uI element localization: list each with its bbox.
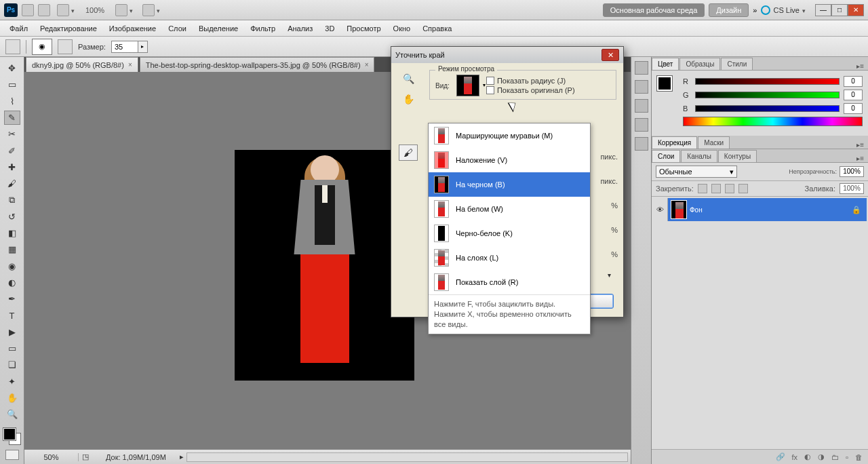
blend-mode-select[interactable]: Обычные▾: [656, 166, 737, 178]
status-doc-size[interactable]: Док: 1,09M/1,09M: [92, 453, 180, 461]
history-brush-tool[interactable]: ↺: [4, 210, 20, 224]
layer-mask-icon[interactable]: ◐: [804, 452, 811, 461]
marquee-tool[interactable]: ▭: [4, 77, 20, 92]
show-radius-checkbox[interactable]: Показать радиус (J): [486, 77, 610, 85]
zoom-tool[interactable]: 🔍: [4, 407, 20, 421]
delete-layer-icon[interactable]: 🗑: [855, 453, 863, 461]
launch-bridge-icon[interactable]: [22, 4, 34, 16]
quick-mask-toggle[interactable]: [5, 450, 19, 461]
status-info-icon[interactable]: ◳: [79, 452, 92, 461]
dodge-tool[interactable]: ◐: [4, 275, 20, 290]
menu-view[interactable]: Просмотр: [341, 22, 386, 35]
workspace-more-icon[interactable]: »: [753, 6, 757, 14]
dialog-refine-brush-tool[interactable]: 🖌: [399, 144, 418, 161]
output-dropdown-arrow-icon[interactable]: ▾: [608, 271, 611, 279]
properties-panel-icon[interactable]: [635, 99, 648, 113]
3d-tool[interactable]: ❏: [4, 357, 20, 372]
opacity-value[interactable]: 100%: [840, 166, 864, 177]
screen-mode-dropdown[interactable]: [113, 3, 136, 18]
view-option-marching-ants[interactable]: Марширующие муравьи (M): [429, 123, 590, 148]
fill-value[interactable]: 100%: [840, 183, 864, 194]
menu-image[interactable]: Изображение: [104, 22, 161, 35]
g-value[interactable]: 0: [844, 90, 863, 100]
brush-preset-picker[interactable]: ◉: [32, 39, 52, 55]
tab-layers[interactable]: Слои: [652, 150, 680, 162]
hand-tool[interactable]: ✋: [4, 391, 20, 405]
new-layer-icon[interactable]: ▫: [846, 453, 848, 461]
menu-select[interactable]: Выделение: [193, 22, 243, 35]
eraser-tool[interactable]: ◧: [4, 226, 20, 240]
view-mode-picker[interactable]: [456, 75, 479, 96]
layer-group-icon[interactable]: 🗀: [831, 453, 839, 461]
tab-styles[interactable]: Стили: [721, 58, 753, 70]
lock-position-icon[interactable]: [725, 184, 734, 193]
r-slider[interactable]: [695, 78, 840, 85]
tab-masks[interactable]: Маски: [698, 136, 730, 149]
status-zoom[interactable]: 50%: [24, 453, 79, 461]
lock-transparent-icon[interactable]: [698, 184, 707, 193]
brush-size-input[interactable]: [111, 41, 138, 53]
view-option-on-black[interactable]: На черном (B): [429, 172, 590, 197]
panel-menu-icon[interactable]: ▸≡: [852, 155, 868, 162]
type-tool[interactable]: T: [4, 308, 20, 322]
menu-help[interactable]: Справка: [417, 22, 457, 35]
current-tool-icon[interactable]: [5, 39, 20, 54]
tab-swatches[interactable]: Образцы: [679, 58, 720, 70]
extras-dropdown[interactable]: [140, 3, 163, 18]
layer-name[interactable]: Фон: [690, 206, 846, 214]
zoom-level-dropdown[interactable]: 100%: [81, 6, 108, 14]
quick-select-tool[interactable]: ✎: [4, 111, 20, 125]
healing-tool[interactable]: ✚: [4, 160, 20, 174]
eyedropper-tool[interactable]: ✐: [4, 143, 20, 157]
layer-fx-icon[interactable]: fx: [792, 453, 798, 461]
brush-panel-icon[interactable]: [58, 39, 73, 54]
tab-adjustments[interactable]: Коррекция: [652, 136, 697, 149]
menu-analysis[interactable]: Анализ: [282, 22, 318, 35]
b-slider[interactable]: [695, 105, 840, 112]
panel-menu-icon[interactable]: ▸≡: [852, 62, 868, 70]
dialog-hand-tool[interactable]: ✋: [401, 92, 416, 107]
window-minimize-button[interactable]: —: [815, 4, 831, 16]
dialog-titlebar[interactable]: Уточнить край ✕: [391, 47, 623, 63]
lock-all-icon[interactable]: [738, 184, 748, 193]
blur-tool[interactable]: ◉: [4, 259, 20, 273]
view-option-on-white[interactable]: На белом (W): [429, 197, 590, 221]
clone-source-panel-icon[interactable]: [635, 137, 648, 151]
menu-window[interactable]: Окно: [388, 22, 416, 35]
menu-layer[interactable]: Слои: [163, 22, 192, 35]
window-maximize-button[interactable]: □: [831, 4, 848, 16]
close-tab-icon[interactable]: ×: [365, 61, 369, 69]
show-original-checkbox[interactable]: Показать оригинал (P): [486, 86, 610, 94]
fg-bg-swatch[interactable]: [657, 76, 677, 96]
dialog-zoom-tool[interactable]: 🔍: [401, 71, 416, 86]
workspace-design-button[interactable]: Дизайн: [709, 3, 749, 17]
view-option-on-layers[interactable]: На слоях (L): [429, 246, 590, 270]
menu-filter[interactable]: Фильтр: [245, 22, 281, 35]
color-swatches[interactable]: [3, 428, 21, 445]
brushes-panel-icon[interactable]: [635, 118, 648, 132]
arrange-docs-dropdown[interactable]: [54, 3, 77, 18]
panel-menu-icon[interactable]: ▸≡: [852, 141, 868, 149]
g-slider[interactable]: [695, 92, 840, 98]
workspace-essentials-button[interactable]: Основная рабочая среда: [603, 3, 705, 17]
tab-channels[interactable]: Каналы: [681, 150, 717, 162]
horizontal-scrollbar[interactable]: [186, 452, 628, 462]
close-tab-icon[interactable]: ×: [128, 61, 132, 69]
view-option-reveal-layer[interactable]: Показать слой (R): [429, 270, 590, 294]
lasso-tool[interactable]: ⌇: [4, 94, 20, 109]
menu-file[interactable]: Файл: [4, 22, 33, 35]
status-arrow-icon[interactable]: ▸: [180, 452, 184, 461]
layer-thumbnail[interactable]: [671, 200, 687, 219]
path-select-tool[interactable]: ▶: [4, 325, 20, 339]
adjustment-layer-icon[interactable]: ◑: [818, 452, 825, 461]
3d-camera-tool[interactable]: ✦: [4, 374, 20, 389]
document-tab-2[interactable]: The-best-top-spring-desktop-wallpapers-3…: [140, 57, 375, 72]
view-option-black-white[interactable]: Черно-белое (K): [429, 221, 590, 246]
gradient-tool[interactable]: ▦: [4, 242, 20, 256]
tab-paths[interactable]: Контуры: [718, 150, 757, 162]
brush-size-arrow[interactable]: ▸: [138, 41, 148, 53]
document-tab-1[interactable]: dkny9.jpg @ 50% (RGB/8#)×: [26, 57, 138, 72]
brush-tool[interactable]: 🖌: [4, 176, 20, 191]
layer-visibility-icon[interactable]: 👁: [653, 198, 668, 221]
layer-row[interactable]: 👁 Фон 🔒: [653, 198, 867, 221]
